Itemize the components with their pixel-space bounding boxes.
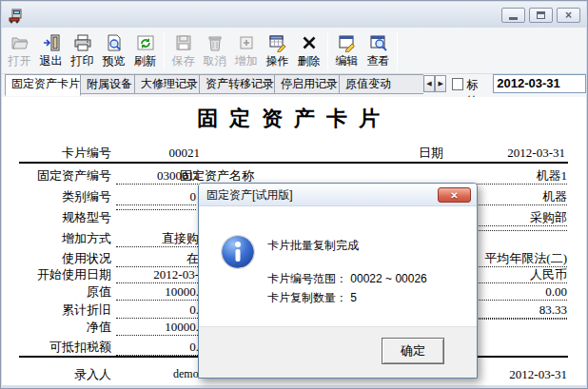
range-value: 00022 ~ 00026	[350, 272, 426, 285]
edit-pencil-icon	[338, 33, 357, 52]
field-value: 10000.00	[116, 319, 211, 336]
field-label: 卡片编号	[2, 145, 111, 161]
date-field[interactable]: 2012-03-31	[493, 74, 586, 93]
dialog-message: 卡片批量复制完成	[267, 238, 359, 254]
tab-stop-start-records[interactable]: 停启用记录	[275, 74, 340, 94]
toolbar-separator	[164, 32, 165, 70]
label-checkbox[interactable]	[452, 78, 463, 90]
toolbar-label: 打开	[9, 53, 31, 69]
view-magnifier-icon	[369, 33, 388, 52]
tab-asset-transfer-records[interactable]: 资产转移记录	[200, 74, 275, 94]
field-label: 开始使用日期	[2, 266, 111, 282]
open-button: 打开	[4, 29, 35, 73]
exit-door-icon	[42, 33, 61, 52]
field-value: 0	[116, 188, 196, 205]
print-button[interactable]: 打印	[67, 29, 98, 73]
field-value: 0.00	[116, 301, 211, 319]
add-plus-icon	[237, 33, 256, 52]
field-label: 录入人	[2, 366, 111, 382]
toolbar-label: 预览	[103, 53, 126, 69]
view-button[interactable]: 查看	[363, 29, 394, 73]
operate-table-icon	[268, 33, 287, 52]
ok-button[interactable]: 确定	[382, 338, 444, 364]
cancel-button: 取消	[199, 29, 230, 73]
toolbar-label: 编辑	[336, 53, 359, 69]
exit-button[interactable]: 退出	[35, 29, 67, 73]
edit-button[interactable]: 编辑	[331, 29, 363, 73]
field-label: 固定资产编号	[2, 167, 111, 184]
cancel-trash-icon	[206, 33, 225, 52]
dialog-titlebar[interactable]: 固定资产[试用版]	[199, 184, 477, 206]
divider-line	[19, 162, 568, 164]
operate-button[interactable]: 操作	[262, 29, 293, 73]
dialog-footer: 确定	[199, 326, 477, 378]
field-label: 可抵扣税额	[2, 339, 111, 355]
count-value: 5	[350, 291, 357, 304]
dialog-count-line: 卡片复制数量： 5	[267, 290, 357, 306]
preview-button[interactable]: 预览	[98, 29, 129, 73]
field-label: 使用状况	[2, 250, 111, 266]
field-label: 增加方式	[2, 230, 111, 246]
field-value	[116, 209, 196, 210]
delete-button[interactable]: 删除	[293, 29, 324, 73]
close-button[interactable]: ×	[557, 8, 580, 23]
toolbar-label: 增加	[235, 53, 258, 69]
open-folder-icon	[10, 33, 29, 52]
row-asset-code: 固定资产编号 0300011 固定资产名称 机器1	[2, 167, 586, 184]
copy-complete-dialog: 固定资产[试用版] ✕ 卡片批量复制完成 卡片编号范围： 00022	[198, 183, 478, 379]
tab-overhaul-records[interactable]: 大修理记录	[135, 74, 200, 94]
row-card-number: 卡片编号 00021 日期 2012-03-31	[2, 145, 586, 161]
toolbar-label: 打印	[71, 53, 94, 69]
tab-original-value-change[interactable]: 原值变动	[340, 74, 423, 94]
field-value: demo	[173, 366, 199, 382]
date-label: 日期	[419, 145, 443, 161]
toolbar-label: 退出	[40, 53, 63, 69]
field-value: 2012-03-31	[116, 266, 211, 283]
delete-x-icon	[300, 33, 319, 52]
range-label: 卡片编号范围：	[267, 272, 347, 285]
tab-scroll-left-button[interactable]: ◀	[423, 75, 435, 92]
toolbar-separator	[397, 32, 398, 70]
titlebar[interactable]: ×	[2, 2, 586, 28]
minimize-icon	[509, 17, 518, 20]
printer-icon	[73, 33, 92, 52]
close-icon: ×	[565, 10, 572, 21]
toolbar-separator	[327, 32, 328, 70]
field-value: 00021	[116, 145, 200, 161]
save-floppy-icon	[174, 33, 193, 52]
preview-page-icon	[105, 33, 124, 52]
maximize-button[interactable]	[529, 8, 553, 23]
field-value: 0.00	[116, 339, 211, 356]
close-icon: ✕	[450, 190, 458, 201]
dialog-range-line: 卡片编号范围： 00022 ~ 00026	[267, 271, 427, 287]
info-icon	[220, 234, 256, 270]
tab-attached-equipment[interactable]: 附属设备	[81, 74, 135, 94]
card-title: 固定资产卡片	[2, 105, 586, 133]
toolbar-label: 取消	[204, 53, 226, 69]
tab-bar: 固定资产卡片 附属设备 大修理记录 资产转移记录 停启用记录 原值变动 ◀ ▶ …	[2, 74, 586, 97]
dialog-title: 固定资产[试用版]	[206, 188, 293, 202]
field-label: 规格型号	[2, 209, 111, 225]
window-controls: ×	[501, 8, 580, 23]
dialog-close-button[interactable]: ✕	[438, 187, 471, 203]
field-label: 原值	[2, 283, 111, 300]
add-button: 增加	[230, 29, 262, 73]
app-icon	[8, 7, 25, 24]
minimize-button[interactable]	[501, 8, 525, 23]
date-value: 2012-03-31	[478, 145, 565, 161]
toolbar-label: 删除	[298, 53, 321, 69]
field-label: 类别编号	[2, 188, 111, 204]
save-button: 保存	[167, 29, 199, 73]
field-value: 在用	[116, 250, 211, 267]
toolbar-label: 刷新	[134, 53, 157, 69]
toolbar-label: 查看	[367, 53, 390, 69]
field-value: 10000.00	[116, 283, 211, 301]
maximize-icon	[537, 11, 545, 19]
tab-scroll-right-button[interactable]: ▶	[435, 75, 446, 92]
toolbar: 打开 退出 打印 预览 刷新 保存 取消 增加	[2, 28, 586, 74]
refresh-icon	[136, 33, 155, 52]
app-window: × 打开 退出 打印 预览 刷新 保存 取消	[0, 0, 588, 389]
refresh-button[interactable]: 刷新	[129, 29, 161, 73]
count-label: 卡片复制数量：	[267, 291, 347, 304]
tab-fixed-asset-card[interactable]: 固定资产卡片	[5, 74, 81, 96]
